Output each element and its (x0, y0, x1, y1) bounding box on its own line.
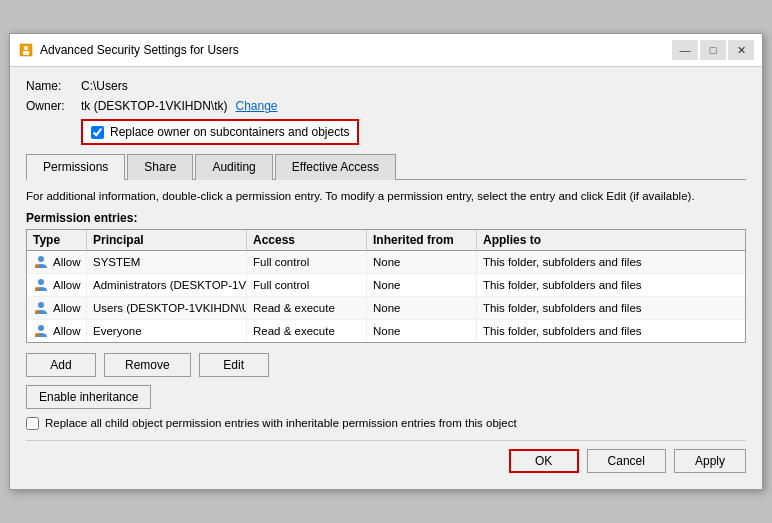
action-buttons: Add Remove Edit (26, 353, 746, 377)
row1-principal: Administrators (DESKTOP-1VK... (87, 274, 247, 296)
svg-point-4 (38, 279, 44, 285)
row2-principal: Users (DESKTOP-1VKIHDN\Us... (87, 297, 247, 319)
col-applies: Applies to (477, 230, 745, 250)
col-inherited: Inherited from (367, 230, 477, 250)
name-value: C:\Users (81, 79, 128, 93)
svg-point-7 (35, 310, 39, 314)
svg-point-5 (35, 287, 39, 291)
table-row[interactable]: Allow Administrators (DESKTOP-1VK... Ful… (27, 274, 745, 297)
table-row[interactable]: Allow Everyone Read & execute None This … (27, 320, 745, 342)
row2-inherited: None (367, 297, 477, 319)
table-row[interactable]: Allow SYSTEM Full control None This fold… (27, 251, 745, 274)
cancel-button[interactable]: Cancel (587, 449, 666, 473)
footer-buttons: OK Cancel Apply (26, 449, 746, 477)
svg-point-9 (35, 333, 39, 337)
window-icon (18, 42, 34, 58)
owner-row: tk (DESKTOP-1VKIHDN\tk) Change (81, 99, 278, 113)
tabs-row: Permissions Share Auditing Effective Acc… (26, 153, 746, 180)
user-icon (33, 300, 49, 316)
replace-owner-checkbox[interactable] (91, 126, 104, 139)
row1-applies: This folder, subfolders and files (477, 274, 745, 296)
row0-principal: SYSTEM (87, 251, 247, 273)
replace-owner-checkbox-row: Replace owner on subcontainers and objec… (81, 119, 359, 145)
row2-type: Allow (27, 297, 87, 319)
change-owner-link[interactable]: Change (235, 99, 277, 113)
minimize-button[interactable]: — (672, 40, 698, 60)
owner-field-row: Owner: tk (DESKTOP-1VKIHDN\tk) Change (26, 99, 746, 113)
table-row[interactable]: Allow Users (DESKTOP-1VKIHDN\Us... Read … (27, 297, 745, 320)
info-text: For additional information, double-click… (26, 188, 746, 204)
row3-inherited: None (367, 320, 477, 342)
svg-point-2 (38, 256, 44, 262)
user-icon (33, 277, 49, 293)
name-field-row: Name: C:\Users (26, 79, 746, 93)
svg-point-3 (35, 264, 39, 268)
tab-effective-access[interactable]: Effective Access (275, 154, 396, 180)
col-type: Type (27, 230, 87, 250)
row1-type: Allow (27, 274, 87, 296)
row2-access: Read & execute (247, 297, 367, 319)
owner-label: Owner: (26, 99, 81, 113)
replace-child-checkbox[interactable] (26, 417, 39, 430)
name-label: Name: (26, 79, 81, 93)
row3-type: Allow (27, 320, 87, 342)
row1-inherited: None (367, 274, 477, 296)
owner-value: tk (DESKTOP-1VKIHDN\tk) (81, 99, 227, 113)
edit-button[interactable]: Edit (199, 353, 269, 377)
svg-point-6 (38, 302, 44, 308)
row1-access: Full control (247, 274, 367, 296)
row0-inherited: None (367, 251, 477, 273)
ok-button[interactable]: OK (509, 449, 579, 473)
row0-access: Full control (247, 251, 367, 273)
title-bar: Advanced Security Settings for Users — □… (10, 34, 762, 67)
row2-applies: This folder, subfolders and files (477, 297, 745, 319)
svg-rect-1 (23, 51, 29, 55)
col-principal: Principal (87, 230, 247, 250)
add-button[interactable]: Add (26, 353, 96, 377)
replace-owner-label: Replace owner on subcontainers and objec… (110, 125, 349, 139)
row3-principal: Everyone (87, 320, 247, 342)
title-bar-left: Advanced Security Settings for Users (18, 42, 239, 58)
row3-access: Read & execute (247, 320, 367, 342)
enable-inheritance-button[interactable]: Enable inheritance (26, 385, 151, 409)
window-title: Advanced Security Settings for Users (40, 43, 239, 57)
col-access: Access (247, 230, 367, 250)
replace-child-checkbox-row: Replace all child object permission entr… (26, 417, 746, 430)
svg-point-8 (38, 325, 44, 331)
tab-share[interactable]: Share (127, 154, 193, 180)
tab-permissions[interactable]: Permissions (26, 154, 125, 180)
dialog-content: Name: C:\Users Owner: tk (DESKTOP-1VKIHD… (10, 67, 762, 488)
maximize-button[interactable]: □ (700, 40, 726, 60)
permissions-table: Type Principal Access Inherited from App… (26, 229, 746, 343)
user-icon (33, 254, 49, 270)
perm-entries-label: Permission entries: (26, 211, 746, 225)
user-icon (33, 323, 49, 339)
main-window: Advanced Security Settings for Users — □… (9, 33, 763, 489)
row3-applies: This folder, subfolders and files (477, 320, 745, 342)
title-buttons: — □ ✕ (672, 40, 754, 60)
row0-applies: This folder, subfolders and files (477, 251, 745, 273)
replace-child-label: Replace all child object permission entr… (45, 417, 517, 429)
remove-button[interactable]: Remove (104, 353, 191, 377)
row0-type: Allow (27, 251, 87, 273)
separator (26, 440, 746, 441)
close-button[interactable]: ✕ (728, 40, 754, 60)
tab-auditing[interactable]: Auditing (195, 154, 272, 180)
table-header: Type Principal Access Inherited from App… (27, 230, 745, 251)
apply-button[interactable]: Apply (674, 449, 746, 473)
